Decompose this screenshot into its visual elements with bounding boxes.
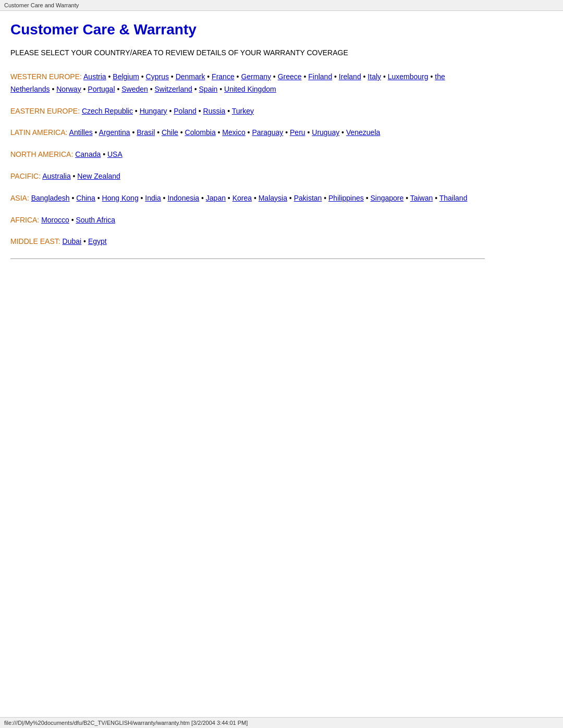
main-content: Customer Care & Warranty PLEASE SELECT Y… — [0, 11, 500, 269]
country-link-korea[interactable]: Korea — [232, 194, 252, 202]
country-link-cyprus[interactable]: Cyprus — [146, 72, 169, 81]
region-label-latin-america: LATIN AMERICA: — [10, 128, 69, 137]
country-link-poland[interactable]: Poland — [174, 107, 197, 115]
country-link-australia[interactable]: Australia — [42, 172, 70, 180]
country-link-mexico[interactable]: Mexico — [222, 128, 245, 137]
country-link-bangladesh[interactable]: Bangladesh — [31, 194, 70, 202]
country-link-portugal[interactable]: Portugal — [88, 85, 115, 93]
country-link-argentina[interactable]: Argentina — [99, 128, 130, 137]
country-link-norway[interactable]: Norway — [56, 85, 81, 93]
country-link-chile[interactable]: Chile — [162, 128, 178, 137]
country-link-brasil[interactable]: Brasil — [137, 128, 155, 137]
region-label-middle-east: MIDDLE EAST: — [10, 237, 63, 245]
country-link-czech-republic[interactable]: Czech Republic — [82, 107, 133, 115]
country-link-philippines[interactable]: Philippines — [328, 194, 364, 202]
country-link-spain[interactable]: Spain — [199, 85, 218, 93]
separator — [10, 258, 485, 259]
country-link-malaysia[interactable]: Malaysia — [259, 194, 287, 202]
country-link-pakistan[interactable]: Pakistan — [294, 194, 322, 202]
country-link-china[interactable]: China — [76, 194, 95, 202]
country-link-india[interactable]: India — [145, 194, 161, 202]
page-heading: Customer Care & Warranty — [10, 21, 485, 38]
region-label-pacific: PACIFIC: — [10, 172, 42, 180]
region-eastern-europe: EASTERN EUROPE: Czech Republic • Hungary… — [10, 105, 485, 118]
country-link-colombia[interactable]: Colombia — [185, 128, 216, 137]
region-label-africa: AFRICA: — [10, 216, 41, 224]
region-africa: AFRICA: Morocco • South Africa — [10, 214, 485, 227]
country-link-sweden[interactable]: Sweden — [121, 85, 148, 93]
country-link-italy[interactable]: Italy — [368, 72, 381, 81]
subtitle-text: PLEASE SELECT YOUR COUNTRY/AREA TO REVIE… — [10, 47, 485, 58]
country-link-thailand[interactable]: Thailand — [439, 194, 468, 202]
region-north-america: NORTH AMERICA: Canada • USA — [10, 149, 485, 161]
region-pacific: PACIFIC: Australia • New Zealand — [10, 170, 485, 183]
country-link-turkey[interactable]: Turkey — [232, 107, 254, 115]
country-link-japan[interactable]: Japan — [206, 194, 226, 202]
country-link-united-kingdom[interactable]: United Kingdom — [224, 85, 276, 93]
country-link-denmark[interactable]: Denmark — [176, 72, 205, 81]
country-link-peru[interactable]: Peru — [290, 128, 305, 137]
country-link-hong-kong[interactable]: Hong Kong — [102, 194, 139, 202]
country-link-south-africa[interactable]: South Africa — [76, 216, 116, 224]
country-link-russia[interactable]: Russia — [203, 107, 226, 115]
country-link-taiwan[interactable]: Taiwan — [410, 194, 433, 202]
country-link-uruguay[interactable]: Uruguay — [312, 128, 339, 137]
country-link-egypt[interactable]: Egypt — [88, 237, 107, 245]
region-label-western-europe: WESTERN EUROPE: — [10, 72, 83, 81]
country-link-greece[interactable]: Greece — [278, 72, 302, 81]
title-bar-text: Customer Care and Warranty — [4, 2, 79, 8]
country-link-singapore[interactable]: Singapore — [370, 194, 403, 202]
country-link-morocco[interactable]: Morocco — [41, 216, 69, 224]
country-link-hungary[interactable]: Hungary — [140, 107, 167, 115]
region-label-north-america: NORTH AMERICA: — [10, 150, 75, 158]
country-link-austria[interactable]: Austria — [83, 72, 106, 81]
country-link-luxembourg[interactable]: Luxembourg — [388, 72, 429, 81]
country-link-antilles[interactable]: Antilles — [69, 128, 93, 137]
title-bar: Customer Care and Warranty — [0, 0, 563, 11]
country-link-switzerland[interactable]: Switzerland — [154, 85, 192, 93]
country-link-new-zealand[interactable]: New Zealand — [77, 172, 120, 180]
country-link-finland[interactable]: Finland — [308, 72, 332, 81]
country-link-ireland[interactable]: Ireland — [339, 72, 361, 81]
region-western-europe: WESTERN EUROPE: Austria • Belgium • Cypr… — [10, 71, 485, 96]
country-link-germany[interactable]: Germany — [241, 72, 271, 81]
region-middle-east: MIDDLE EAST: Dubai • Egypt — [10, 236, 485, 248]
country-link-france[interactable]: France — [212, 72, 235, 81]
region-label-eastern-europe: EASTERN EUROPE: — [10, 107, 82, 115]
country-link-dubai[interactable]: Dubai — [63, 237, 82, 245]
regions-container: WESTERN EUROPE: Austria • Belgium • Cypr… — [10, 71, 485, 248]
country-link-canada[interactable]: Canada — [75, 150, 101, 158]
country-link-usa[interactable]: USA — [107, 150, 123, 158]
country-link-belgium[interactable]: Belgium — [113, 72, 139, 81]
country-link-indonesia[interactable]: Indonesia — [167, 194, 199, 202]
country-link-paraguay[interactable]: Paraguay — [252, 128, 283, 137]
country-link-venezuela[interactable]: Venezuela — [346, 128, 380, 137]
region-latin-america: LATIN AMERICA: Antilles • Argentina • Br… — [10, 127, 485, 139]
region-label-asia: ASIA: — [10, 194, 31, 202]
region-asia: ASIA: Bangladesh • China • Hong Kong • I… — [10, 192, 485, 205]
